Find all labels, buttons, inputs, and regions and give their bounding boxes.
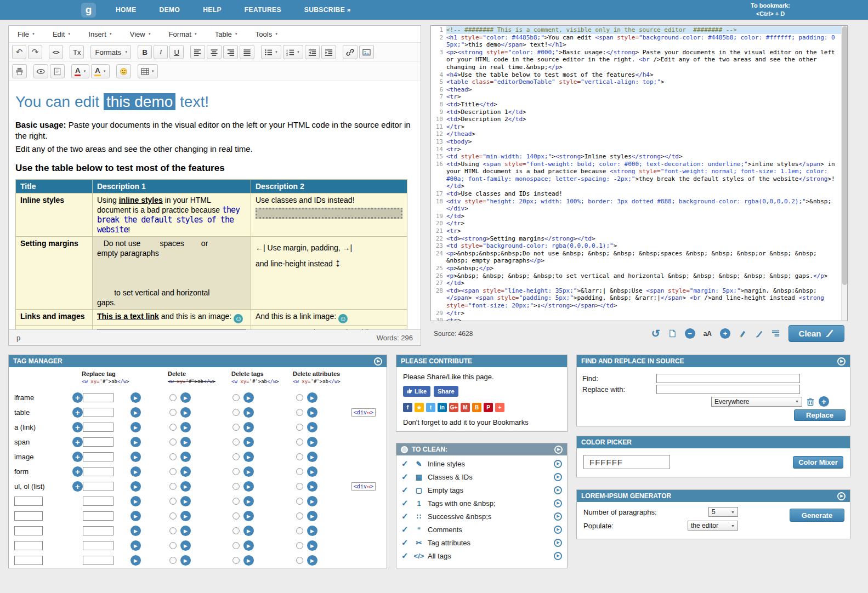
run-delete-attributes-icon[interactable]: ▶ <box>307 466 317 477</box>
source-line[interactable]: 17<td>Use classes and IDs instead! <box>431 190 847 198</box>
run-delete-icon[interactable]: ▶ <box>180 526 191 536</box>
align-center-button[interactable] <box>207 45 222 59</box>
gmail-icon[interactable]: M <box>461 403 470 412</box>
clean-item-empty-tags[interactable]: ✓▢Empty tags▶ <box>396 483 567 497</box>
clean-brush-icon[interactable] <box>755 329 763 338</box>
addthis-icon[interactable]: + <box>495 403 504 412</box>
replace-button[interactable]: Replace <box>794 409 846 421</box>
clean-item-tag-attributes[interactable]: ✓✂Tag attributes▶ <box>396 536 567 549</box>
custom-tag-input[interactable] <box>14 556 43 565</box>
menu-insert[interactable]: Insert▼ <box>88 30 112 38</box>
delete-attributes-radio[interactable] <box>296 498 303 505</box>
run-delete-tags-icon[interactable]: ▶ <box>243 407 254 418</box>
run-replace-icon[interactable]: ▶ <box>131 422 141 432</box>
run-delete-attributes-icon[interactable]: ▶ <box>307 511 317 521</box>
source-code-lines[interactable]: 1<!-- ######## This is a comment, visibl… <box>431 26 847 321</box>
google-plus-icon[interactable]: G+ <box>449 403 458 412</box>
menu-tools[interactable]: Tools▼ <box>256 30 278 38</box>
redo-button[interactable]: ↷ <box>28 45 42 59</box>
run-all-tags-icon[interactable]: ▶ <box>554 552 562 560</box>
run-replace-icon[interactable]: ▶ <box>131 540 141 551</box>
run-replace-icon[interactable]: ▶ <box>131 392 141 403</box>
source-line[interactable]: 10<td>Description 2</td> <box>431 116 847 123</box>
delete-tags-radio[interactable] <box>232 453 240 460</box>
add-tag-icon[interactable]: + <box>72 422 83 432</box>
run-delete-icon[interactable]: ▶ <box>180 511 191 521</box>
replace-tag-input[interactable] <box>83 482 114 491</box>
scrollbar-thumb[interactable] <box>842 26 847 285</box>
run-delete-icon[interactable]: ▶ <box>180 466 191 477</box>
source-line[interactable]: 29</tr> <box>431 310 847 317</box>
source-line[interactable]: 8<td>Title</td> <box>431 101 847 109</box>
menu-edit[interactable]: Edit▼ <box>53 30 71 38</box>
clean-item-inline-styles[interactable]: ✓✎Inline styles▶ <box>396 457 567 470</box>
delete-radio[interactable] <box>169 468 177 475</box>
run-delete-icon[interactable]: ▶ <box>180 540 191 551</box>
undo-icon[interactable]: ↺ <box>651 327 660 340</box>
new-document-icon[interactable] <box>668 329 677 338</box>
trash-icon[interactable] <box>805 397 815 407</box>
run-delete-tags-icon[interactable]: ▶ <box>243 422 254 432</box>
pinterest-icon[interactable]: P <box>484 403 493 412</box>
font-size-icon[interactable]: aA <box>704 330 712 338</box>
custom-tag-input[interactable] <box>14 511 43 521</box>
paragraphs-select[interactable]: 5▼ <box>708 507 738 517</box>
clean-button[interactable]: Clean <box>788 325 844 342</box>
add-tag-icon[interactable]: + <box>72 407 83 418</box>
delete-radio[interactable] <box>169 557 177 564</box>
clean-item-tags-one-nbsp[interactable]: ✓1Tags with one &nbsp;▶ <box>396 497 567 510</box>
generate-button[interactable]: Generate <box>790 509 844 522</box>
source-line[interactable]: 16<td>Using <span style="font-weight: bo… <box>431 161 847 190</box>
run-delete-tags-icon[interactable]: ▶ <box>243 511 254 521</box>
delete-radio[interactable] <box>169 438 177 446</box>
div-drag-badge[interactable]: <div↔> <box>351 482 376 491</box>
source-line[interactable]: 2<h1 style="color: #4485b8;">You can edi… <box>431 34 847 49</box>
delete-attributes-radio[interactable] <box>296 409 303 416</box>
syntax-marker-icon[interactable] <box>739 329 747 338</box>
run-successive-nbsp-icon[interactable]: ▶ <box>554 512 562 521</box>
insert-table-button[interactable]: ▼ <box>138 64 158 78</box>
source-line[interactable]: 6<thead> <box>431 86 847 94</box>
delete-attributes-radio[interactable] <box>296 424 303 431</box>
replace-tag-input[interactable] <box>83 511 114 521</box>
add-rule-icon[interactable]: + <box>819 396 829 407</box>
menu-format[interactable]: Format▼ <box>169 30 197 38</box>
run-delete-attributes-icon[interactable]: ▶ <box>307 481 317 492</box>
run-find-replace-icon[interactable]: ▶ <box>837 357 846 366</box>
source-line[interactable]: 15<td style="min-width: 140px;"><strong>… <box>431 153 847 161</box>
run-inline-styles-icon[interactable]: ▶ <box>554 460 562 468</box>
color-value-input[interactable] <box>583 455 670 469</box>
replace-tag-input[interactable] <box>83 437 114 447</box>
delete-attributes-radio[interactable] <box>296 512 303 520</box>
run-delete-tags-icon[interactable]: ▶ <box>243 452 254 462</box>
run-delete-tags-icon[interactable]: ▶ <box>243 555 254 566</box>
delete-radio[interactable] <box>169 453 177 460</box>
nav-item-help[interactable]: HELP <box>203 6 222 14</box>
replace-tag-input[interactable] <box>83 541 114 550</box>
source-line[interactable]: 20</tr> <box>431 220 847 227</box>
to-clean-radio[interactable] <box>401 446 408 453</box>
delete-radio[interactable] <box>169 542 177 549</box>
source-line[interactable]: 23<td style="background-color: rgba(0,0,… <box>431 242 847 250</box>
delete-attributes-radio[interactable] <box>296 468 303 475</box>
source-line[interactable]: 22<td><strong>Setting margins</strong></… <box>431 235 847 243</box>
color-mixer-button[interactable]: Color Mixer <box>793 456 843 469</box>
source-line[interactable]: 3<p><strong style="color: #000;">Basic u… <box>431 49 847 71</box>
run-delete-icon[interactable]: ▶ <box>180 437 191 447</box>
run-delete-tags-icon[interactable]: ▶ <box>243 526 254 536</box>
background-color-button[interactable]: A▼ <box>91 64 109 78</box>
emoticons-button[interactable] <box>116 64 131 78</box>
undo-button[interactable]: ↶ <box>12 45 26 59</box>
delete-tags-radio[interactable] <box>232 557 240 564</box>
menu-file[interactable]: File▼ <box>18 30 35 38</box>
delete-radio[interactable] <box>169 424 177 431</box>
run-clean-icon[interactable]: ▶ <box>554 446 563 454</box>
run-delete-tags-icon[interactable]: ▶ <box>243 540 254 551</box>
menu-table[interactable]: Table▼ <box>215 30 238 38</box>
smiley-link-image-icon[interactable]: ☺ <box>338 314 348 323</box>
source-line[interactable]: 7<tr> <box>431 93 847 101</box>
insert-link-button[interactable] <box>343 45 358 59</box>
facebook-icon[interactable]: f <box>403 403 412 412</box>
delete-tags-radio[interactable] <box>232 542 240 549</box>
delete-tags-radio[interactable] <box>232 438 240 446</box>
